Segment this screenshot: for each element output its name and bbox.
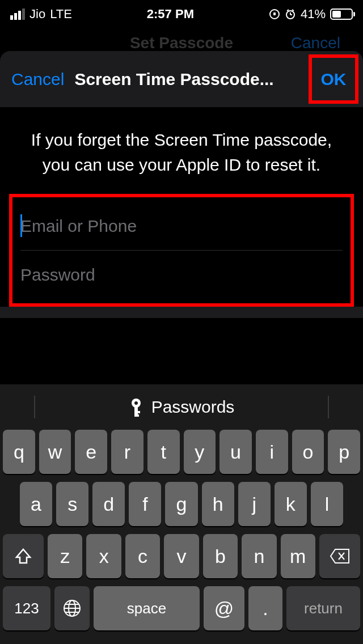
key-z[interactable]: z xyxy=(48,534,82,578)
key-e[interactable]: e xyxy=(75,430,107,474)
carrier-label: Jio xyxy=(29,7,45,22)
password-row xyxy=(12,251,351,299)
key-a[interactable]: a xyxy=(20,482,52,526)
status-bar: Jio LTE 2:57 PM 41% xyxy=(0,0,363,28)
passwords-suggestion[interactable]: Passwords xyxy=(3,384,360,430)
modal-header: Cancel Screen Time Passcode... OK xyxy=(0,51,363,108)
key-i[interactable]: i xyxy=(256,430,288,474)
globe-key[interactable] xyxy=(54,586,90,630)
svg-rect-1 xyxy=(273,12,276,15)
key-v[interactable]: v xyxy=(164,534,199,578)
key-w[interactable]: w xyxy=(39,430,71,474)
svg-point-8 xyxy=(134,401,138,405)
key-c[interactable]: c xyxy=(125,534,160,578)
underlay-cancel: Cancel xyxy=(291,34,340,52)
status-right: 41% xyxy=(269,7,353,22)
key-p[interactable]: p xyxy=(328,430,360,474)
keyboard-row-2: a s d f g h j k l xyxy=(3,482,360,526)
key-n[interactable]: n xyxy=(242,534,276,578)
underlay-title: Set Passcode xyxy=(130,34,233,52)
keyboard-row-3: z x c v b n m xyxy=(3,534,360,578)
keyboard-row-1: q w e r t y u i o p xyxy=(3,430,360,474)
key-t[interactable]: t xyxy=(147,430,180,474)
svg-line-5 xyxy=(287,10,289,11)
backspace-key[interactable] xyxy=(319,534,360,578)
key-b[interactable]: b xyxy=(203,534,238,578)
modal-sheet: Cancel Screen Time Passcode... OK If you… xyxy=(0,51,363,318)
inputs-highlight xyxy=(9,194,354,307)
key-m[interactable]: m xyxy=(281,534,315,578)
key-d[interactable]: d xyxy=(92,482,125,526)
globe-icon xyxy=(62,599,82,618)
shift-key[interactable] xyxy=(3,534,44,578)
keyboard-row-4: 123 space @ . return xyxy=(3,586,360,630)
key-y[interactable]: y xyxy=(184,430,216,474)
key-l[interactable]: l xyxy=(311,482,343,526)
key-o[interactable]: o xyxy=(292,430,324,474)
key-u[interactable]: u xyxy=(220,430,252,474)
space-key[interactable]: space xyxy=(94,586,200,630)
ok-button[interactable]: OK xyxy=(321,70,347,89)
backspace-icon xyxy=(330,548,350,564)
svg-line-6 xyxy=(292,10,294,11)
key-icon xyxy=(129,397,143,417)
ok-button-highlight: OK xyxy=(309,54,358,104)
keyboard: Passwords q w e r t y u i o p a s d f g … xyxy=(0,384,363,644)
status-left: Jio LTE xyxy=(10,7,72,22)
key-q[interactable]: q xyxy=(3,430,35,474)
network-label: LTE xyxy=(50,7,72,22)
key-x[interactable]: x xyxy=(86,534,121,578)
password-field[interactable] xyxy=(20,251,343,299)
cancel-button[interactable]: Cancel xyxy=(11,70,64,89)
battery-percent: 41% xyxy=(301,7,326,22)
key-r[interactable]: r xyxy=(111,430,143,474)
email-field[interactable] xyxy=(20,202,343,250)
key-s[interactable]: s xyxy=(56,482,88,526)
signal-icon xyxy=(10,9,25,20)
key-h[interactable]: h xyxy=(202,482,234,526)
info-text: If you forget the Screen Time passcode, … xyxy=(17,128,346,177)
at-key[interactable]: @ xyxy=(204,586,244,630)
dot-key[interactable]: . xyxy=(248,586,282,630)
key-k[interactable]: k xyxy=(275,482,307,526)
svg-rect-10 xyxy=(134,411,140,413)
alarm-icon xyxy=(285,9,296,20)
key-g[interactable]: g xyxy=(165,482,197,526)
shift-icon xyxy=(14,547,32,565)
email-row xyxy=(12,202,351,250)
rotation-lock-icon xyxy=(269,9,280,20)
return-key[interactable]: return xyxy=(286,586,360,630)
underlay-header: Set Passcode Cancel xyxy=(0,34,363,52)
numbers-key[interactable]: 123 xyxy=(3,586,50,630)
key-f[interactable]: f xyxy=(129,482,161,526)
passwords-label: Passwords xyxy=(151,397,235,417)
key-j[interactable]: j xyxy=(238,482,271,526)
modal-body: If you forget the Screen Time passcode, … xyxy=(0,108,363,307)
svg-rect-11 xyxy=(134,414,139,417)
battery-icon xyxy=(330,9,353,20)
status-time: 2:57 PM xyxy=(147,7,194,22)
